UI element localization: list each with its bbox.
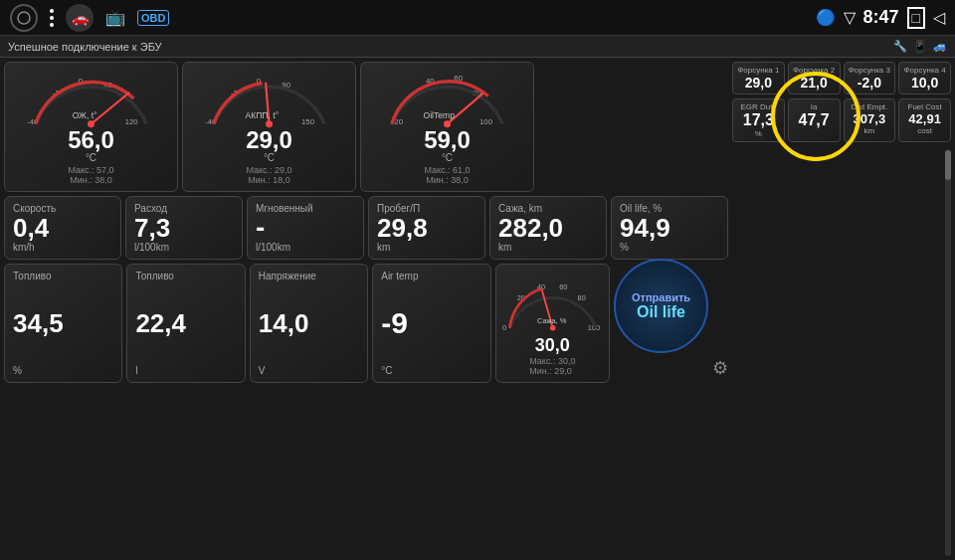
oil-value: 59,0 xyxy=(424,128,471,152)
oil-arc: 20 40 60 100 80 OilTemp xyxy=(367,69,527,128)
gearbox-arc: -40 0 150 -20 90 АКПП, t° xyxy=(189,69,349,128)
oillife-value: 94,9 xyxy=(620,215,719,241)
sazha-arc: 0 20 40 60 80 100 Сажа, % xyxy=(502,271,603,335)
oil-life-line1: Отправить xyxy=(632,291,690,303)
home-button[interactable] xyxy=(10,4,38,32)
coolant-gauge: -40 0 120 -20 60 ОЖ, t° 56,0 °C xyxy=(4,62,178,192)
inj3-value: -2,0 xyxy=(849,75,891,91)
obd-icon: OBD xyxy=(137,10,169,26)
dist-value: 307,3 xyxy=(849,111,891,126)
svg-text:120: 120 xyxy=(125,117,138,126)
gauges-row: -40 0 120 -20 60 ОЖ, t° 56,0 °C xyxy=(4,62,728,192)
gearbox-unit: °C xyxy=(264,152,275,163)
fuel-pct-unit: % xyxy=(13,365,113,376)
right-panel: Форсунка 1 29,0 Форсунка 2 21,0 Форсунка… xyxy=(732,62,951,556)
soot-unit: km xyxy=(498,242,598,253)
air-temp-card: Air temp -9 °C xyxy=(372,264,490,383)
car-icon: 🚗 xyxy=(66,4,94,32)
oil-life-button[interactable]: Отправить Oil life xyxy=(614,259,708,353)
air-temp-value: -9 xyxy=(381,308,481,338)
oil-unit: °C xyxy=(442,152,453,163)
egr-unit: % xyxy=(737,129,780,138)
notif-icons: 🔧 📱 🚙 xyxy=(893,40,947,53)
scrollbar[interactable] xyxy=(945,150,951,556)
oil-gauge: 20 40 60 100 80 OilTemp 59,0 °C Макс.: 6… xyxy=(360,62,534,192)
egr-card: EGR Duty 17,3 % xyxy=(732,98,785,142)
ia-label: Ia xyxy=(793,102,836,111)
media-icon: 📺 xyxy=(105,8,125,27)
fuelcost-unit: cost xyxy=(903,126,946,135)
oillife-card: Oil life, % 94,9 % xyxy=(611,196,728,260)
dist-label: Dist Empt. xyxy=(849,102,891,111)
injectors-grid: Форсунка 1 29,0 Форсунка 2 21,0 Форсунка… xyxy=(732,62,951,94)
main-content: -40 0 120 -20 60 ОЖ, t° 56,0 °C xyxy=(0,58,955,560)
injector-4: Форсунка 4 10,0 xyxy=(898,62,951,94)
coolant-maxmin: Макс.: 57,0 Мин.: 38,0 xyxy=(68,165,113,185)
scrollbar-thumb[interactable] xyxy=(945,150,951,180)
air-temp-unit: °C xyxy=(381,365,481,376)
trip-unit: km xyxy=(377,242,477,253)
speed-value: 0,4 xyxy=(13,215,112,241)
speed-unit: km/h xyxy=(13,242,112,253)
consumption-unit: l/100km xyxy=(134,242,234,253)
fuel-l-label: Топливо xyxy=(135,271,236,281)
inj1-label: Форсунка 1 xyxy=(737,66,780,75)
inj3-label: Форсунка 3 xyxy=(849,66,891,75)
instant-value: - xyxy=(256,214,355,242)
inj4-value: 10,0 xyxy=(903,75,946,91)
fuelcost-label: Fuel Cost xyxy=(903,102,946,111)
inj2-value: 21,0 xyxy=(793,75,836,91)
consumption-value: 7,3 xyxy=(134,215,234,241)
fuel-l-value: 22,4 xyxy=(135,310,236,336)
coolant-arc: -40 0 120 -20 60 ОЖ, t° xyxy=(11,69,171,128)
ia-card: Ia 47,7 xyxy=(788,98,841,142)
dist-unit: km xyxy=(849,126,891,135)
svg-text:OilTemp: OilTemp xyxy=(424,110,456,120)
voltage-label: Напряжение xyxy=(259,271,359,281)
voltage-value: 14,0 xyxy=(259,310,359,336)
voltage-card: Напряжение 14,0 V xyxy=(250,264,368,383)
egr-value: 17,3 xyxy=(737,111,780,129)
status-left: 🚗 📺 OBD xyxy=(10,4,169,32)
gearbox-value: 29,0 xyxy=(246,128,292,152)
status-bar: 🚗 📺 OBD 🔵 ▽ 8:47 □ ◁ xyxy=(0,0,955,36)
gearbox-gauge: -40 0 150 -20 90 АКПП, t° 29,0 °C Макс.:… xyxy=(182,62,356,192)
inj2-label: Форсунка 2 xyxy=(793,66,836,75)
settings-icon[interactable]: ⚙ xyxy=(712,357,728,379)
coolant-unit: °C xyxy=(86,152,96,163)
inj4-label: Форсунка 4 xyxy=(903,66,946,75)
notif-bar: Успешное подключение к ЭБУ 🔧 📱 🚙 xyxy=(0,36,955,58)
window-icon: □ xyxy=(907,7,925,29)
wifi-icon: ▽ xyxy=(844,8,856,27)
instant-label: Мгновенный xyxy=(256,203,355,214)
egr-label: EGR Duty xyxy=(737,102,780,111)
soot-value: 282,0 xyxy=(498,215,598,241)
status-right: 🔵 ▽ 8:47 □ ◁ xyxy=(816,7,946,29)
svg-text:0: 0 xyxy=(502,323,506,332)
bluetooth-icon: 🔵 xyxy=(816,8,836,27)
fuel-pct-label: Топливо xyxy=(13,271,113,281)
instant-card: Мгновенный - l/100km xyxy=(247,196,364,260)
menu-button[interactable] xyxy=(50,9,54,27)
inj1-value: 29,0 xyxy=(737,75,780,91)
speed-card: Скорость 0,4 km/h xyxy=(4,196,121,260)
back-icon[interactable]: ◁ xyxy=(933,8,945,27)
ia-value: 47,7 xyxy=(793,111,836,129)
gearbox-maxmin: Макс.: 29,0 Мин.: 18,0 xyxy=(246,165,291,185)
svg-text:150: 150 xyxy=(301,117,314,126)
injector-2: Форсунка 2 21,0 xyxy=(788,62,841,94)
svg-point-0 xyxy=(18,12,30,24)
injector-1: Форсунка 1 29,0 xyxy=(732,62,785,94)
air-temp-label: Air temp xyxy=(381,271,481,281)
fuel-l-card: Топливо 22,4 l xyxy=(126,264,245,383)
svg-text:АКПП, t°: АКПП, t° xyxy=(246,110,280,120)
trip-card: Пробег/П 29,8 km xyxy=(368,196,485,260)
fuel-pct-value: 34,5 xyxy=(13,310,113,336)
svg-point-32 xyxy=(550,325,556,331)
sazha-value: 30,0 xyxy=(535,335,570,356)
gauges-section: -40 0 120 -20 60 ОЖ, t° 56,0 °C xyxy=(4,62,728,556)
fuel-l-unit: l xyxy=(135,365,236,376)
svg-text:100: 100 xyxy=(479,117,492,126)
voltage-unit: V xyxy=(259,365,359,376)
phone-icon: 📱 xyxy=(913,40,927,53)
